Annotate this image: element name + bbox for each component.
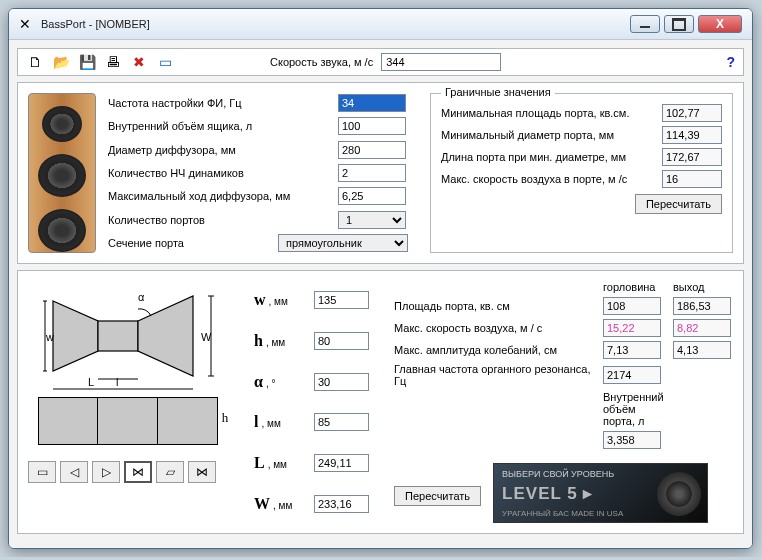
min-diam-output: [662, 126, 722, 144]
len-at-min-label: Длина порта при мин. диаметре, мм: [441, 151, 662, 163]
window-title: BassPort - [NOMBER]: [41, 18, 630, 30]
port-diagram: w W l L α: [43, 281, 223, 391]
nwoof-label: Количество НЧ динамиков: [108, 167, 338, 179]
shape-thumb-5[interactable]: ▱: [156, 461, 184, 483]
sound-speed-input[interactable]: [381, 53, 501, 71]
shape-thumb-6[interactable]: ⋈: [188, 461, 216, 483]
max-amp-label: Макс. амплитуда колебаний, см: [394, 344, 593, 356]
close-button[interactable]: X: [698, 15, 742, 33]
diagram-area: w W l L α: [28, 281, 238, 523]
svg-text:l: l: [116, 376, 118, 388]
shape-thumb-4[interactable]: ⋈: [124, 461, 152, 483]
display-icon[interactable]: ▭: [156, 53, 174, 71]
sound-speed-label: Скорость звука, м /с: [270, 56, 373, 68]
dim-L-output: [314, 454, 369, 472]
input-parameters: Частота настройки ФИ, Гц Внутренний объё…: [108, 93, 408, 253]
port-vol-label: Внутренний объём порта, л: [603, 391, 663, 427]
diam-label: Диаметр диффузора, мм: [108, 144, 338, 156]
fi-input[interactable]: [338, 94, 406, 112]
min-area-output: [662, 104, 722, 122]
titlebar: ✕ BassPort - [NOMBER] X: [9, 9, 752, 40]
toolbar: 🗋 📂 💾 🖶 ✖ ▭ Скорость звука, м /с ?: [17, 48, 744, 76]
upper-panel: Частота настройки ФИ, Гц Внутренний объё…: [17, 82, 744, 264]
app-window: ✕ BassPort - [NOMBER] X 🗋 📂 💾 🖶 ✖ ▭ Скор…: [8, 8, 753, 549]
svg-marker-2: [138, 296, 193, 376]
port-area-throat: [603, 297, 661, 315]
port-rect-view: [38, 397, 218, 445]
nwoof-input[interactable]: [338, 164, 406, 182]
minimize-button[interactable]: [630, 15, 660, 33]
max-air-vel-input[interactable]: [662, 170, 722, 188]
lower-panel: w W l L α: [17, 270, 744, 534]
results: горловина выход Площадь порта, кв. см Ма…: [394, 281, 733, 523]
save-icon[interactable]: 💾: [78, 53, 96, 71]
recalc-results-button[interactable]: Пересчитать: [394, 486, 481, 506]
svg-text:L: L: [88, 376, 94, 388]
len-at-min-output: [662, 148, 722, 166]
air-vel-exit: [673, 319, 731, 337]
svg-text:α: α: [138, 291, 145, 303]
dim-W-output: [314, 495, 369, 513]
boundary-title: Граничные значения: [441, 86, 555, 98]
port-area-exit: [673, 297, 731, 315]
svg-text:W: W: [201, 331, 212, 343]
help-button[interactable]: ?: [726, 54, 735, 70]
col-exit-label: выход: [673, 281, 733, 293]
air-vel-throat: [603, 319, 661, 337]
organ-res-label: Главная частота органного резонанса, Гц: [394, 363, 593, 387]
port-vol-output: [603, 431, 661, 449]
print-icon[interactable]: 🖶: [104, 53, 122, 71]
organ-res-output: [603, 366, 661, 384]
max-amp-throat: [603, 341, 661, 359]
dim-l-input[interactable]: [314, 413, 369, 431]
app-icon: ✕: [19, 16, 35, 32]
speaker-image: [28, 93, 96, 253]
dim-w-input[interactable]: [314, 291, 369, 309]
svg-text:w: w: [45, 331, 54, 343]
min-area-label: Минимальная площадь порта, кв.см.: [441, 107, 662, 119]
dim-h-input[interactable]: [314, 332, 369, 350]
fi-label: Частота настройки ФИ, Гц: [108, 97, 338, 109]
banner-ad[interactable]: ВЫБЕРИ СВОЙ УРОВЕНЬ LEVEL 5 ▸ УРАГАННЫЙ …: [493, 463, 708, 523]
vol-label: Внутренний объём ящика, л: [108, 120, 338, 132]
section-select[interactable]: прямоугольник: [278, 234, 408, 252]
maximize-button[interactable]: [664, 15, 694, 33]
recalc-boundary-button[interactable]: Пересчитать: [635, 194, 722, 214]
shape-thumb-1[interactable]: ▭: [28, 461, 56, 483]
air-vel-label: Макс. скорость воздуха, м / с: [394, 322, 593, 334]
xmax-input[interactable]: [338, 187, 406, 205]
banner-speaker-icon: [657, 472, 701, 516]
dim-alpha-input[interactable]: [314, 373, 369, 391]
nports-label: Количество портов: [108, 214, 338, 226]
delete-icon[interactable]: ✖: [130, 53, 148, 71]
port-area-label: Площадь порта, кв. см: [394, 300, 593, 312]
max-amp-exit: [673, 341, 731, 359]
shape-thumb-2[interactable]: ◁: [60, 461, 88, 483]
col-throat-label: горловина: [603, 281, 663, 293]
diam-input[interactable]: [338, 141, 406, 159]
svg-rect-1: [98, 321, 138, 351]
dimensions: w, мм h, мм α, ° l, мм L, мм W, мм: [254, 281, 374, 523]
max-air-vel-label: Макс. скорость воздуха в порте, м /с: [441, 173, 662, 185]
shape-thumb-3[interactable]: ▷: [92, 461, 120, 483]
vol-input[interactable]: [338, 117, 406, 135]
min-diam-label: Минимальный диаметр порта, мм: [441, 129, 662, 141]
open-folder-icon[interactable]: 📂: [52, 53, 70, 71]
nports-select[interactable]: 1: [338, 211, 406, 229]
boundary-group: Граничные значения Минимальная площадь п…: [430, 93, 733, 253]
svg-marker-0: [53, 301, 98, 371]
shape-thumbs: ▭ ◁ ▷ ⋈ ▱ ⋈: [28, 461, 238, 483]
new-file-icon[interactable]: 🗋: [26, 53, 44, 71]
xmax-label: Максимальный ход диффузора, мм: [108, 190, 338, 202]
